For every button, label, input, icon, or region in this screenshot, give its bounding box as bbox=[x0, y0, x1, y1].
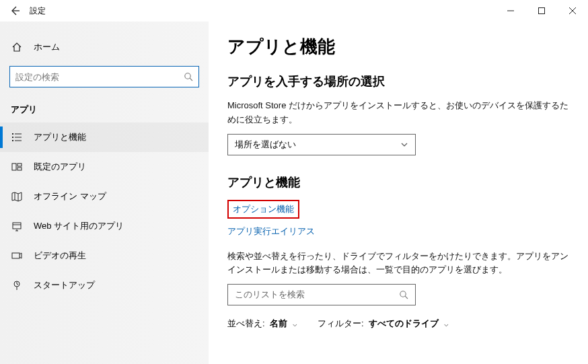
minimize-button[interactable] bbox=[495, 0, 526, 22]
nav-home-label: ホーム bbox=[34, 41, 60, 53]
nav-item-label: 既定のアプリ bbox=[34, 161, 86, 173]
search-icon bbox=[399, 290, 408, 299]
svg-rect-17 bbox=[12, 253, 20, 258]
close-icon bbox=[568, 7, 577, 15]
svg-rect-15 bbox=[13, 223, 21, 229]
svg-point-2 bbox=[185, 73, 190, 79]
chevron-down-icon bbox=[400, 141, 408, 149]
section-apps-features-desc: 検索や並べ替えを行ったり、ドライブでフィルターをかけたりできます。アプリをアンイ… bbox=[227, 250, 575, 278]
nav-item-label: スタートアップ bbox=[34, 279, 95, 291]
apps-list-icon bbox=[11, 131, 23, 143]
nav-item-label: Web サイト用のアプリ bbox=[34, 220, 124, 232]
content-area: アプリと機能 アプリを入手する場所の選択 Microsoft Store だけか… bbox=[209, 22, 588, 364]
svg-rect-10 bbox=[12, 163, 16, 170]
settings-search-input[interactable] bbox=[15, 72, 184, 82]
default-apps-icon bbox=[11, 161, 23, 173]
svg-point-22 bbox=[400, 291, 406, 297]
titlebar: 設定 bbox=[0, 0, 588, 22]
nav-item-label: ビデオの再生 bbox=[34, 250, 86, 262]
search-icon bbox=[184, 72, 193, 81]
startup-icon bbox=[11, 279, 23, 291]
link-app-execution-alias[interactable]: アプリ実行エイリアス bbox=[227, 225, 315, 238]
sort-by-control[interactable]: 並べ替え: 名前 ⌵ bbox=[227, 318, 297, 330]
web-apps-icon bbox=[11, 220, 23, 232]
minimize-icon bbox=[507, 7, 515, 15]
maximize-icon bbox=[538, 7, 546, 15]
section-install-source-desc: Microsoft Store だけからアプリをインストールすると、お使いのデバ… bbox=[227, 99, 575, 127]
install-source-value: 場所を選ばない bbox=[235, 139, 296, 151]
page-heading: アプリと機能 bbox=[227, 35, 575, 59]
home-icon bbox=[11, 41, 23, 53]
arrow-left-icon bbox=[9, 5, 20, 16]
nav-video-playback[interactable]: ビデオの再生 bbox=[0, 241, 209, 270]
settings-search[interactable] bbox=[9, 66, 199, 87]
sort-label: 並べ替え: bbox=[227, 318, 265, 328]
sidebar-section-label: アプリ bbox=[0, 90, 209, 122]
sort-value: 名前 bbox=[270, 318, 287, 328]
app-list-search[interactable]: このリストを検索 bbox=[227, 284, 416, 305]
app-list-search-placeholder: このリストを検索 bbox=[235, 289, 305, 301]
svg-line-23 bbox=[405, 296, 408, 299]
nav-startup[interactable]: スタートアップ bbox=[0, 270, 209, 300]
sidebar: ホーム アプリ アプリと機能 既定のアプリ bbox=[0, 22, 209, 364]
offline-map-icon bbox=[11, 190, 23, 203]
nav-apps-and-features[interactable]: アプリと機能 bbox=[0, 122, 209, 152]
nav-web-apps[interactable]: Web サイト用のアプリ bbox=[0, 211, 209, 241]
filter-label: フィルター: bbox=[318, 318, 364, 328]
nav-default-apps[interactable]: 既定のアプリ bbox=[0, 152, 209, 182]
section-apps-features-title: アプリと機能 bbox=[227, 174, 575, 190]
back-button[interactable] bbox=[3, 0, 27, 22]
svg-rect-11 bbox=[17, 163, 22, 166]
svg-rect-6 bbox=[12, 140, 13, 141]
window-title: 設定 bbox=[30, 5, 46, 17]
install-source-dropdown[interactable]: 場所を選ばない bbox=[227, 134, 416, 155]
svg-rect-1 bbox=[539, 8, 545, 14]
svg-rect-4 bbox=[12, 133, 13, 135]
nav-offline-maps[interactable]: オフライン マップ bbox=[0, 182, 209, 211]
filter-value: すべてのドライブ bbox=[369, 318, 439, 328]
nav-item-label: アプリと機能 bbox=[34, 131, 86, 143]
svg-rect-5 bbox=[12, 137, 13, 138]
svg-rect-12 bbox=[17, 168, 22, 170]
close-button[interactable] bbox=[557, 0, 588, 22]
nav-item-label: オフライン マップ bbox=[34, 190, 106, 203]
maximize-button[interactable] bbox=[526, 0, 557, 22]
nav-home[interactable]: ホーム bbox=[0, 34, 209, 61]
chevron-down-icon: ⌵ bbox=[293, 320, 297, 328]
chevron-down-icon: ⌵ bbox=[444, 320, 449, 328]
filter-by-control[interactable]: フィルター: すべてのドライブ ⌵ bbox=[318, 318, 449, 330]
section-install-source-title: アプリを入手する場所の選択 bbox=[227, 73, 575, 89]
link-optional-features[interactable]: オプション機能 bbox=[227, 200, 299, 219]
svg-line-3 bbox=[190, 78, 192, 81]
video-playback-icon bbox=[11, 250, 23, 262]
svg-line-20 bbox=[17, 284, 18, 285]
